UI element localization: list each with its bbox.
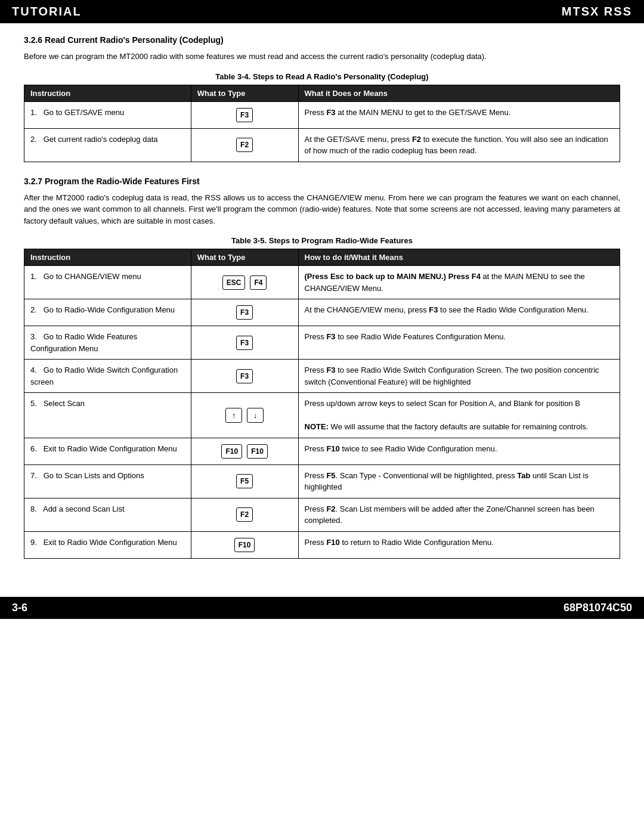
t5-row9-instruction: 9. Exit to Radio Wide Configuration Menu [24, 531, 191, 558]
section-326-para: Before we can program the MT2000 radio w… [24, 51, 620, 63]
key-f3-r4: F3 [236, 369, 253, 383]
table4-title: Table 3-4. Steps to Read A Radio's Perso… [24, 72, 620, 81]
table-row: 3. Go to Radio Wide Features Configurati… [24, 326, 620, 360]
t5-row1-instruction: 1. Go to CHANGE/VIEW menu [24, 266, 191, 299]
key-f3-r2: F3 [236, 305, 253, 320]
table5-header-means: How to do it/What it Means [298, 249, 620, 266]
t4-row2-keys: F2 [191, 128, 298, 162]
t5-row7-instruction: 7. Go to Scan Lists and Options [24, 465, 191, 498]
table-row: 1. Go to GET/SAVE menu F3 Press F3 at th… [24, 101, 620, 128]
t5-row5-instruction: 5. Select Scan [24, 393, 191, 438]
header-mtsx-rss: MTSX RSS [562, 5, 632, 18]
page-header: TUTORIAL MTSX RSS [0, 0, 644, 23]
section-327-heading: 3.2.7 Program the Radio-Wide Features Fi… [24, 176, 620, 186]
key-esc: ESC [222, 275, 246, 290]
table-row: 2. Go to Radio-Wide Configuration Menu F… [24, 299, 620, 326]
t4-row2-means: At the GET/SAVE menu, press F2 to execut… [298, 128, 620, 162]
t5-row9-keys: F10 [191, 531, 298, 558]
footer-page-num: 3-6 [12, 602, 27, 614]
key-f10-r6a: F10 [221, 444, 242, 459]
main-content: 3.2.6 Read Current Radio's Personality (… [0, 23, 644, 585]
t5-row2-means: At the CHANGE/VIEW menu, press F3 to see… [298, 299, 620, 326]
t4-row1-instruction: 1. Go to GET/SAVE menu [24, 101, 191, 128]
table-row: 2. Get current radio's codeplug data F2 … [24, 128, 620, 162]
t5-row3-instruction: 3. Go to Radio Wide Features Configurati… [24, 326, 191, 360]
table5: Instruction What to Type How to do it/Wh… [24, 249, 620, 559]
t5-row6-instruction: 6. Exit to Radio Wide Configuration Menu [24, 438, 191, 465]
t5-row1-means: (Press Esc to back up to MAIN MENU.) Pre… [298, 266, 620, 299]
t5-row2-instruction: 2. Go to Radio-Wide Configuration Menu [24, 299, 191, 326]
table4-header-type: What to Type [191, 85, 298, 101]
footer-doc-num: 68P81074C50 [564, 602, 632, 614]
table5-title: Table 3-5. Steps to Program Radio-Wide F… [24, 236, 620, 245]
key-down-arrow: ↓ [247, 408, 264, 423]
t5-row9-means: Press F10 to return to Radio Wide Config… [298, 531, 620, 558]
key-f2-r8: F2 [236, 507, 253, 522]
t5-row8-means: Press F2. Scan List members will be adde… [298, 498, 620, 531]
key-f10-r6b: F10 [247, 444, 268, 459]
t4-row1-means: Press F3 at the MAIN MENU to get to the … [298, 101, 620, 128]
table-row: 4. Go to Radio Wide Switch Configuration… [24, 360, 620, 393]
table4-header-means: What it Does or Means [298, 85, 620, 101]
header-tutorial: TUTORIAL [12, 5, 82, 18]
t5-row7-means: Press F5. Scan Type - Conventional will … [298, 465, 620, 498]
key-f2: F2 [236, 138, 253, 152]
table-row: 9. Exit to Radio Wide Configuration Menu… [24, 531, 620, 558]
t5-row2-keys: F3 [191, 299, 298, 326]
t5-row3-means: Press F3 to see Radio Wide Features Conf… [298, 326, 620, 360]
key-f3-r3: F3 [236, 336, 253, 350]
t5-row1-keys: ESC F4 [191, 266, 298, 299]
section-326-heading: 3.2.6 Read Current Radio's Personality (… [24, 35, 620, 45]
t5-row7-keys: F5 [191, 465, 298, 498]
key-f3: F3 [236, 108, 253, 122]
t5-row8-keys: F2 [191, 498, 298, 531]
table-row: 8. Add a second Scan List F2 Press F2. S… [24, 498, 620, 531]
t5-row4-means: Press F3 to see Radio Wide Switch Config… [298, 360, 620, 393]
table-row: 1. Go to CHANGE/VIEW menu ESC F4 (Press … [24, 266, 620, 299]
section-327-para: After the MT2000 radio's codeplug data i… [24, 192, 620, 227]
table5-header-type: What to Type [191, 249, 298, 266]
t5-row4-keys: F3 [191, 360, 298, 393]
table4: Instruction What to Type What it Does or… [24, 85, 620, 162]
table5-header-instruction: Instruction [24, 249, 191, 266]
table-row: 7. Go to Scan Lists and Options F5 Press… [24, 465, 620, 498]
key-f10-r9: F10 [234, 538, 255, 552]
table4-header-instruction: Instruction [24, 85, 191, 101]
t5-row3-keys: F3 [191, 326, 298, 360]
t4-row2-instruction: 2. Get current radio's codeplug data [24, 128, 191, 162]
key-f5: F5 [236, 474, 253, 488]
t5-row5-means: Press up/down arrow keys to select Scan … [298, 393, 620, 438]
t5-row4-instruction: 4. Go to Radio Wide Switch Configuration… [24, 360, 191, 393]
t5-row5-keys: ↑ ↓ [191, 393, 298, 438]
page-footer: 3-6 68P81074C50 [0, 597, 644, 619]
key-up-arrow: ↑ [225, 408, 242, 423]
t4-row1-keys: F3 [191, 101, 298, 128]
t5-row6-keys: F10 F10 [191, 438, 298, 465]
key-f4: F4 [250, 275, 267, 290]
t5-row6-means: Press F10 twice to see Radio Wide Config… [298, 438, 620, 465]
t5-row8-instruction: 8. Add a second Scan List [24, 498, 191, 531]
table-row: 6. Exit to Radio Wide Configuration Menu… [24, 438, 620, 465]
table-row: 5. Select Scan ↑ ↓ Press up/down arrow k… [24, 393, 620, 438]
